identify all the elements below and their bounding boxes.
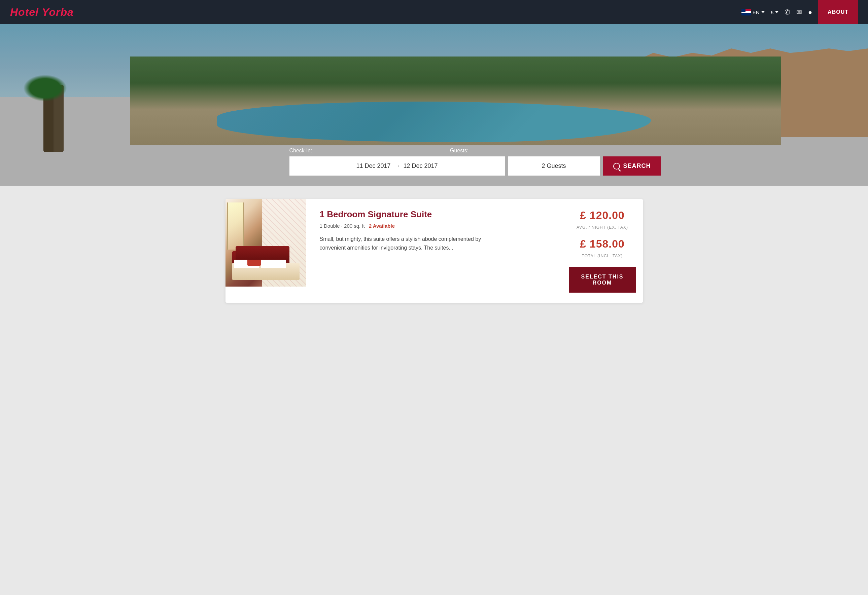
room-availability: 2 Available (369, 223, 395, 229)
chevron-down-icon (775, 11, 778, 13)
booking-inputs: SEARCH (289, 156, 579, 175)
lang-label: EN (753, 9, 760, 15)
currency-label: £ (771, 9, 774, 15)
booking-bar: Check-in:Guests: SEARCH (289, 148, 579, 175)
guests-label-text: Guests: (450, 148, 468, 154)
hero-section: Check-in:Guests: SEARCH (0, 24, 868, 186)
phone-icon[interactable]: ✆ (785, 8, 790, 16)
about-button[interactable]: ABOUT (818, 0, 858, 24)
currency-selector[interactable]: £ (771, 9, 778, 15)
language-selector[interactable]: EN (741, 9, 765, 15)
room-card: 1 Bedroom Signature Suite 1 Double · 200… (226, 199, 643, 303)
flag-icon (741, 9, 751, 15)
chevron-down-icon (761, 11, 765, 13)
room-description: Small, but mighty, this suite offers a s… (320, 235, 488, 253)
search-icon (613, 163, 620, 169)
date-range-input[interactable] (289, 156, 505, 175)
navbar: Hotel Yorba EN £ ✆ ✉ ● ABOUT (0, 0, 868, 24)
price-per-night-label: AVG. / NIGHT (EX. TAX) (577, 225, 628, 230)
brand-logo: Hotel Yorba (10, 6, 741, 19)
rooms-section: 1 Bedroom Signature Suite 1 Double · 200… (0, 186, 868, 316)
booking-labels: Check-in:Guests: (289, 148, 579, 154)
guests-input[interactable] (508, 156, 600, 175)
room-title: 1 Bedroom Signature Suite (320, 209, 549, 219)
checkin-label-text: Check-in: (289, 148, 312, 154)
room-info: 1 Bedroom Signature Suite 1 Double · 200… (306, 199, 562, 303)
mail-icon[interactable]: ✉ (796, 8, 802, 16)
room-meta: 1 Double · 200 sq. ft 2 Available (320, 223, 549, 229)
room-pricing: £ 120.00 AVG. / NIGHT (EX. TAX) £ 158.00… (562, 199, 643, 303)
navbar-controls: EN £ ✆ ✉ ● ABOUT (741, 0, 858, 24)
select-room-button[interactable]: SELECT THIS ROOM (569, 267, 636, 293)
price-per-night: £ 120.00 (580, 209, 624, 222)
search-button[interactable]: SEARCH (603, 156, 661, 175)
price-total: £ 158.00 (580, 238, 624, 250)
room-image-container (226, 199, 306, 287)
room-image (226, 199, 306, 287)
price-total-label: TOTAL (INCL. TAX) (582, 253, 623, 258)
location-icon[interactable]: ● (808, 9, 812, 16)
